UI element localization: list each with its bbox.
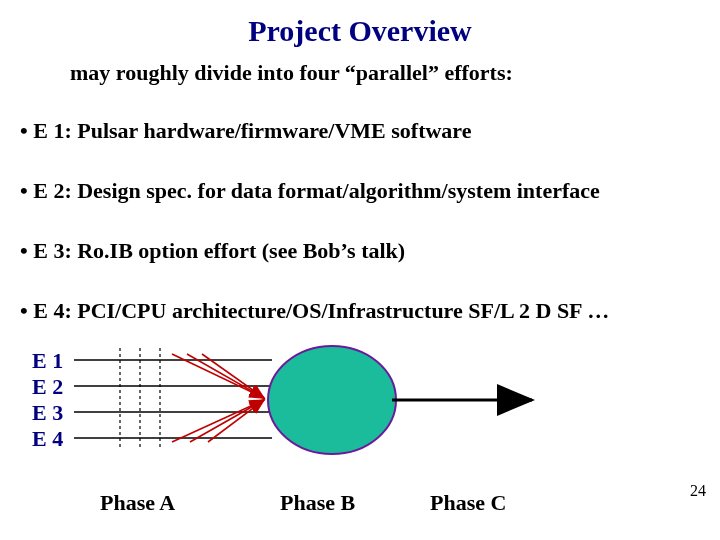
svg-line-10 [172, 400, 264, 442]
slide-subtitle: may roughly divide into four “parallel” … [70, 60, 513, 86]
svg-line-11 [190, 400, 264, 442]
phase-circle [268, 346, 396, 454]
bullet-e4: • E 4: PCI/CPU architecture/OS/Infrastru… [20, 298, 609, 324]
diagram-svg [32, 348, 592, 498]
bullet-e1: • E 1: Pulsar hardware/firmware/VME soft… [20, 118, 472, 144]
page-number: 24 [690, 482, 706, 500]
phase-c-label: Phase C [430, 490, 506, 516]
slide: Project Overview may roughly divide into… [0, 0, 720, 540]
bullet-e2: • E 2: Design spec. for data format/algo… [20, 178, 600, 204]
phase-a-label: Phase A [100, 490, 175, 516]
slide-title: Project Overview [0, 14, 720, 48]
phase-b-label: Phase B [280, 490, 355, 516]
bullet-e3: • E 3: Ro.IB option effort (see Bob’s ta… [20, 238, 405, 264]
